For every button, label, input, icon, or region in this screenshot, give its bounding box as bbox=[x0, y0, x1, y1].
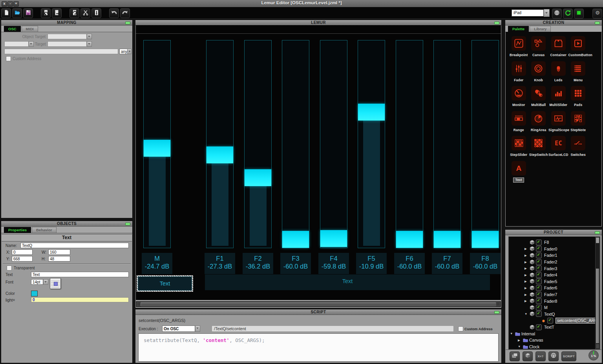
palette-item[interactable]: StepSwitch bbox=[529, 136, 549, 161]
visibility-checkbox[interactable] bbox=[536, 246, 542, 252]
execution-select[interactable]: On OSC bbox=[162, 326, 195, 332]
fader-track[interactable] bbox=[244, 40, 272, 248]
fader-handle[interactable] bbox=[282, 231, 309, 248]
project-footer-button[interactable]: X=? bbox=[535, 351, 546, 361]
palette-item[interactable]: RingArea bbox=[529, 111, 549, 136]
expand-arrow[interactable] bbox=[518, 338, 523, 342]
palette-item[interactable]: SignalScope bbox=[548, 111, 568, 136]
expand-arrow[interactable] bbox=[510, 332, 515, 335]
tree-item[interactable]: Fader7 bbox=[509, 291, 600, 298]
tree-item[interactable]: Fader6 bbox=[509, 285, 600, 291]
text-object[interactable]: Text bbox=[205, 278, 490, 284]
tree-item[interactable]: Fader3 bbox=[509, 265, 600, 272]
h-field[interactable]: 48 bbox=[48, 256, 70, 262]
palette-item[interactable]: MultiSlider bbox=[548, 86, 568, 111]
palette-item[interactable]: Breakpoint bbox=[509, 36, 529, 61]
visibility-checkbox[interactable] bbox=[536, 285, 542, 291]
expand-arrow[interactable] bbox=[524, 267, 529, 270]
scroll-down-button[interactable] bbox=[596, 344, 599, 348]
toolbar-button[interactable] bbox=[91, 8, 101, 18]
chevron-down-icon[interactable] bbox=[127, 49, 132, 54]
toolbar-button[interactable] bbox=[12, 8, 22, 18]
palette-item[interactable]: Fader bbox=[509, 61, 529, 86]
palette-item[interactable]: Menu bbox=[568, 61, 588, 86]
toolbar-button[interactable] bbox=[1, 8, 11, 18]
text-align-button[interactable] bbox=[50, 278, 61, 289]
mapping-type-select[interactable] bbox=[4, 41, 29, 47]
fader-track[interactable] bbox=[143, 40, 171, 248]
collapse-panel-button[interactable] bbox=[125, 223, 130, 225]
fader-handle[interactable] bbox=[206, 146, 233, 163]
expand-arrow[interactable] bbox=[524, 312, 529, 316]
collapse-panel-button[interactable] bbox=[595, 22, 600, 24]
tree-item[interactable]: TextQ bbox=[509, 311, 600, 318]
toolbar-button[interactable] bbox=[80, 8, 90, 18]
palette-item[interactable]: Knob bbox=[529, 61, 549, 86]
script-code-editor[interactable]: setattribute(TextQ, 'content', OSC_ARGS)… bbox=[138, 333, 499, 362]
palette-item[interactable]: Canvas bbox=[529, 36, 549, 61]
toolbar-button[interactable] bbox=[41, 8, 51, 18]
mapping-address-input[interactable] bbox=[4, 49, 118, 54]
expand-arrow[interactable] bbox=[524, 273, 529, 277]
tree-item[interactable]: Fader4 bbox=[509, 272, 600, 278]
settings-button[interactable]: ⚙ bbox=[592, 9, 602, 18]
sync-button[interactable] bbox=[563, 9, 573, 18]
light-field[interactable]: 0 bbox=[31, 297, 129, 302]
object-target-select[interactable] bbox=[48, 34, 87, 39]
tree-item[interactable]: Fader1 bbox=[509, 252, 600, 259]
expand-arrow[interactable] bbox=[518, 345, 523, 348]
tree-item[interactable]: Clock bbox=[509, 344, 600, 350]
chevron-down-icon[interactable] bbox=[195, 326, 200, 332]
visibility-checkbox[interactable] bbox=[536, 259, 542, 265]
tree-item[interactable]: M bbox=[509, 304, 600, 311]
palette-item[interactable]: MultiBall bbox=[529, 86, 549, 111]
mapping-tab[interactable]: MIDI bbox=[22, 26, 38, 32]
tree-item[interactable]: Fader5 bbox=[509, 278, 600, 285]
fader-handle[interactable] bbox=[320, 230, 347, 247]
project-footer-button[interactable] bbox=[523, 351, 533, 361]
palette-item[interactable]: EC SurfaceLCD bbox=[548, 136, 568, 161]
fader-handle[interactable] bbox=[358, 104, 385, 121]
palette-item[interactable]: Range bbox=[509, 111, 529, 136]
chevron-down-icon[interactable] bbox=[43, 279, 48, 285]
x-field[interactable]: 0 bbox=[12, 249, 33, 255]
expand-arrow[interactable] bbox=[524, 299, 529, 303]
run-stop-button[interactable] bbox=[574, 9, 584, 18]
objects-tab[interactable]: Properties bbox=[4, 227, 31, 233]
project-footer-button[interactable]: SCRIPT bbox=[561, 351, 576, 361]
palette-item[interactable]: Pads bbox=[568, 86, 588, 111]
project-footer-button[interactable] bbox=[548, 351, 559, 361]
visibility-checkbox[interactable] bbox=[536, 311, 542, 317]
expand-arrow[interactable] bbox=[524, 247, 529, 251]
palette-item[interactable]: CustomButton bbox=[568, 36, 588, 61]
visibility-checkbox[interactable] bbox=[547, 318, 553, 324]
creation-tab[interactable]: Palette bbox=[508, 26, 529, 32]
fader-handle[interactable] bbox=[144, 140, 170, 157]
visibility-checkbox[interactable] bbox=[536, 324, 542, 330]
tree-item[interactable]: F8 bbox=[509, 239, 600, 246]
w-field[interactable]: 160 bbox=[48, 249, 70, 255]
tree-item[interactable]: Fader0 bbox=[509, 246, 600, 252]
collapse-panel-button[interactable] bbox=[494, 311, 499, 314]
color-swatch[interactable] bbox=[31, 291, 38, 296]
tree-item[interactable]: TextT bbox=[509, 324, 600, 331]
collapse-panel-button[interactable] bbox=[595, 231, 600, 234]
tree-item[interactable]: Canvas bbox=[509, 337, 600, 344]
fader-track[interactable] bbox=[358, 40, 385, 248]
visibility-checkbox[interactable] bbox=[536, 272, 542, 278]
scroll-right-button[interactable] bbox=[496, 302, 500, 306]
toolbar-button[interactable] bbox=[23, 8, 33, 18]
fader-track[interactable] bbox=[320, 40, 347, 248]
visibility-checkbox[interactable] bbox=[536, 305, 542, 311]
selected-text-object[interactable]: Text bbox=[137, 275, 193, 292]
scrollbar-thumb[interactable] bbox=[596, 269, 599, 343]
chevron-down-icon[interactable] bbox=[544, 9, 550, 17]
palette-item[interactable]: Container bbox=[548, 36, 568, 61]
palette-item[interactable]: StepSlider bbox=[509, 136, 529, 161]
transparent-checkbox[interactable] bbox=[7, 265, 12, 271]
tree-item[interactable]: Internal bbox=[509, 330, 600, 337]
tree-item[interactable]: setcontent(OSC_ARGS) bbox=[509, 317, 600, 324]
visibility-checkbox[interactable] bbox=[536, 292, 542, 298]
fader-track[interactable] bbox=[433, 40, 461, 248]
y-field[interactable]: 668 bbox=[12, 256, 33, 262]
